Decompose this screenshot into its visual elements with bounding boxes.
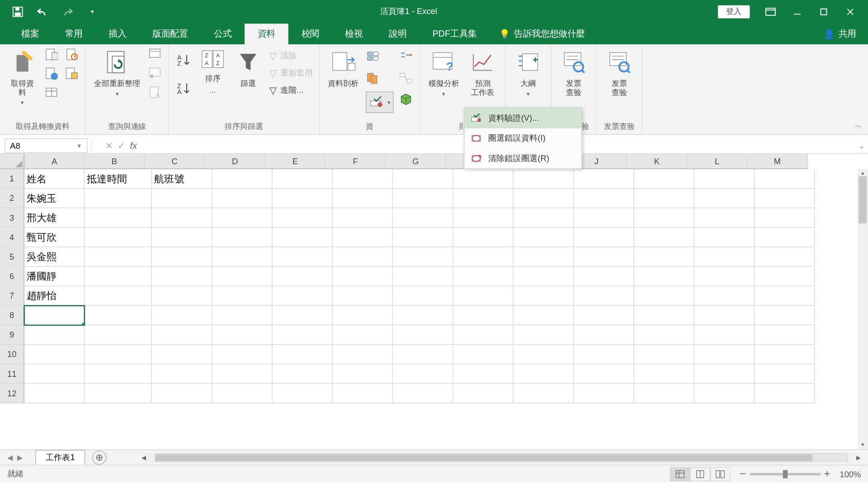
cell[interactable]: [152, 189, 212, 208]
cell[interactable]: 姓名: [24, 169, 85, 189]
consolidate-icon[interactable]: [398, 49, 414, 64]
cell[interactable]: [755, 384, 815, 403]
collapse-ribbon-icon[interactable]: ︿: [855, 121, 862, 131]
row-header[interactable]: 12: [0, 384, 24, 403]
cell[interactable]: [273, 325, 333, 345]
sort-button[interactable]: ZAAZ 排序 ...: [198, 47, 227, 96]
invoice-check-2-button[interactable]: 发票 查验: [603, 47, 636, 98]
cell[interactable]: [393, 306, 453, 325]
cell[interactable]: [393, 189, 453, 208]
cell[interactable]: [152, 247, 212, 266]
cell[interactable]: [694, 325, 755, 345]
cell[interactable]: [85, 345, 152, 364]
properties-icon[interactable]: [147, 66, 162, 81]
qat-customize-icon[interactable]: ▾: [85, 5, 99, 19]
cell[interactable]: [755, 325, 815, 345]
cell[interactable]: [514, 306, 574, 325]
tab-檢視[interactable]: 檢視: [332, 24, 376, 44]
cell[interactable]: [755, 228, 815, 247]
cell[interactable]: [333, 286, 393, 306]
cell[interactable]: [634, 364, 694, 384]
cell[interactable]: [514, 325, 574, 345]
cell[interactable]: [453, 364, 513, 384]
cell[interactable]: [453, 306, 513, 325]
maximize-icon[interactable]: [810, 3, 837, 20]
cell[interactable]: [273, 266, 333, 286]
cell[interactable]: [212, 189, 272, 208]
cell[interactable]: [393, 384, 453, 403]
cell[interactable]: 趙靜怡: [24, 286, 85, 306]
cell[interactable]: [634, 384, 694, 403]
column-header[interactable]: M: [747, 154, 807, 169]
from-table-icon[interactable]: [44, 85, 59, 100]
cell[interactable]: [574, 228, 634, 247]
cell[interactable]: [273, 364, 333, 384]
cell[interactable]: [152, 266, 212, 286]
cell[interactable]: [333, 189, 393, 208]
invoice-check-1-button[interactable]: 发票 查验: [557, 47, 590, 98]
cell[interactable]: [694, 306, 755, 325]
cell[interactable]: [453, 384, 513, 403]
cell[interactable]: [755, 266, 815, 286]
cell[interactable]: 甄可欣: [24, 228, 85, 247]
cell[interactable]: [514, 169, 574, 189]
cell[interactable]: [574, 189, 634, 208]
tab-版面配置[interactable]: 版面配置: [139, 24, 201, 44]
cell[interactable]: [333, 247, 393, 266]
cell[interactable]: [212, 286, 272, 306]
cell[interactable]: [152, 345, 212, 364]
cell[interactable]: [152, 384, 212, 403]
select-all-button[interactable]: [0, 154, 24, 169]
cell[interactable]: [85, 306, 152, 325]
tab-PDF工具集[interactable]: PDF工具集: [420, 24, 490, 44]
cell[interactable]: [212, 325, 272, 345]
page-break-view-button[interactable]: [710, 467, 730, 481]
tab-資料[interactable]: 資料: [245, 24, 288, 44]
cell[interactable]: [273, 247, 333, 266]
clear-filter-button[interactable]: ▽清除: [269, 49, 313, 62]
sheet-nav-prev-icon[interactable]: ◀: [7, 453, 13, 461]
enter-icon[interactable]: ✓: [118, 140, 125, 151]
redo-icon[interactable]: [60, 5, 74, 19]
close-icon[interactable]: [837, 3, 863, 20]
cell[interactable]: [453, 208, 513, 228]
tab-說明[interactable]: 說明: [376, 24, 420, 44]
row-header[interactable]: 11: [0, 364, 24, 384]
existing-connections-icon[interactable]: [64, 66, 79, 81]
cell[interactable]: [85, 286, 152, 306]
cell[interactable]: [393, 169, 453, 189]
from-text-icon[interactable]: [44, 47, 59, 62]
cell[interactable]: [273, 384, 333, 403]
spreadsheet-grid[interactable]: ABCDEFGHIJKLM 1姓名抵達時間航班號2朱婉玉3邢大雄4甄可欣5吳金熙…: [0, 154, 868, 450]
cell[interactable]: [574, 364, 634, 384]
cell[interactable]: [273, 286, 333, 306]
cell[interactable]: [273, 208, 333, 228]
cell[interactable]: [212, 247, 272, 266]
cell[interactable]: [574, 247, 634, 266]
cell[interactable]: [574, 208, 634, 228]
remove-duplicates-icon[interactable]: [366, 71, 381, 86]
cell[interactable]: [393, 208, 453, 228]
cell[interactable]: [212, 345, 272, 364]
cell[interactable]: [453, 345, 513, 364]
tell-me-input[interactable]: 💡告訴我您想做什麼: [490, 24, 594, 44]
cell[interactable]: [24, 325, 85, 345]
cell[interactable]: 朱婉玉: [24, 189, 85, 208]
row-header[interactable]: 6: [0, 266, 24, 286]
outline-button[interactable]: 大綱 ▾: [512, 47, 545, 98]
cell[interactable]: [152, 306, 212, 325]
zoom-slider[interactable]: [750, 473, 821, 475]
cell[interactable]: [212, 208, 272, 228]
column-header[interactable]: L: [687, 154, 747, 169]
cell[interactable]: [212, 266, 272, 286]
cell[interactable]: [694, 189, 755, 208]
cell[interactable]: [634, 286, 694, 306]
forecast-button[interactable]: 預測 工作表: [466, 47, 499, 98]
get-data-button[interactable]: 取得資 料 ▾: [6, 47, 39, 107]
cell[interactable]: [574, 325, 634, 345]
dropdown-item-clear-circles[interactable]: 清除錯誤圈選(R): [464, 148, 581, 168]
row-header[interactable]: 3: [0, 208, 24, 228]
cell[interactable]: [24, 345, 85, 364]
cell[interactable]: [634, 325, 694, 345]
cell[interactable]: [212, 384, 272, 403]
